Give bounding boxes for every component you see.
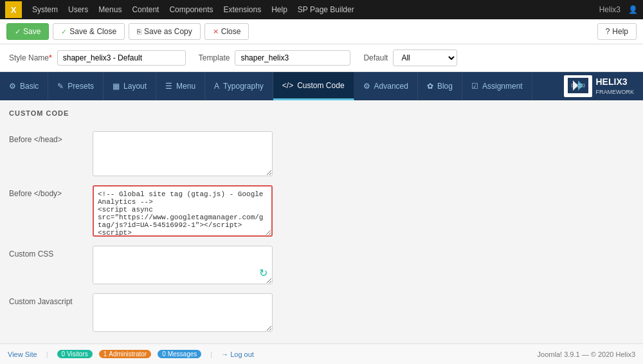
typography-icon: A xyxy=(214,82,219,91)
tab-assignment-label: Assignment xyxy=(482,82,523,91)
view-site-link[interactable]: View Site xyxy=(8,350,37,358)
style-name-label: Style Name* xyxy=(9,53,52,62)
assignment-icon: ☑ xyxy=(471,82,478,91)
nav-components[interactable]: Components xyxy=(164,0,218,19)
section-title: CUSTOM CODE xyxy=(9,109,634,121)
blog-icon: ✿ xyxy=(427,82,433,91)
custom-css-control: ↻ xyxy=(93,246,634,284)
help-icon: ? xyxy=(606,27,610,36)
check-icon-2: ✓ xyxy=(61,28,67,36)
custom-code-icon: </> xyxy=(282,81,293,90)
nav-menus[interactable]: Menus xyxy=(93,0,127,19)
close-button[interactable]: ✕ Close xyxy=(204,23,249,40)
tab-custom-code-label: Custom Code xyxy=(297,81,344,90)
toolbar-right-spacer: ? Help xyxy=(597,23,637,40)
topbar-nav: X System Users Menus Content Components … xyxy=(5,0,359,19)
helix-brand-sub: FRAMEWORK xyxy=(596,89,635,95)
user-icon[interactable]: 👤 xyxy=(628,5,638,14)
helix3-link[interactable]: Helix3 xyxy=(599,5,620,14)
tab-basic[interactable]: ⚙ Basic xyxy=(0,72,48,100)
helix-text: HELIX3 FRAMEWORK xyxy=(596,77,635,96)
default-label: Default xyxy=(363,53,388,62)
topbar-right: Helix3 👤 xyxy=(599,5,638,14)
admin-label: Administrator xyxy=(109,350,147,358)
save-label: Save xyxy=(23,27,41,36)
tab-presets[interactable]: ✎ Presets xyxy=(48,72,104,100)
tab-typography[interactable]: A Typography xyxy=(205,72,273,100)
toolbar: ✓ Save ✓ Save & Close ⎘ Save as Copy ✕ C… xyxy=(0,19,643,44)
statusbar-left: View Site | 0 Visitors 1 Administrator 0… xyxy=(8,350,254,358)
tab-advanced[interactable]: ⚙ Advanced xyxy=(354,72,418,100)
save-button[interactable]: ✓ Save xyxy=(6,23,49,40)
template-label: Template xyxy=(199,53,230,62)
helix-brand: HELIX3 FRAMEWORK xyxy=(555,73,644,100)
version-info: Joomla! 3.9.1 — © 2020 Helix3 xyxy=(538,350,635,358)
helix-logo xyxy=(564,75,592,97)
custom-css-label: Custom CSS xyxy=(9,246,93,259)
sep2: | xyxy=(210,350,212,358)
topbar: X System Users Menus Content Components … xyxy=(0,0,643,19)
messages-count: 0 xyxy=(162,350,166,358)
copy-button[interactable]: ⎘ Save as Copy xyxy=(129,23,201,40)
save-close-button[interactable]: ✓ Save & Close xyxy=(53,23,125,40)
template-input[interactable] xyxy=(235,50,350,66)
layout-icon: ▦ xyxy=(113,82,120,91)
before-head-textarea[interactable] xyxy=(93,131,273,176)
before-body-textarea[interactable]: <!-- Global site tag (gtag.js) - Google … xyxy=(93,185,273,237)
before-head-label: Before </head> xyxy=(9,131,93,144)
close-label: Close xyxy=(221,27,241,36)
nav-system[interactable]: System xyxy=(27,0,63,19)
admin-badge: 1 Administrator xyxy=(99,350,151,358)
nav-users[interactable]: Users xyxy=(63,0,93,19)
help-label: Help xyxy=(612,27,628,36)
helix-logo-inner xyxy=(568,78,588,95)
default-group: Default All xyxy=(363,50,457,66)
close-icon: ✕ xyxy=(213,28,219,36)
admin-count: 1 xyxy=(104,350,107,358)
before-head-row: Before </head> xyxy=(9,131,634,176)
visitors-badge: 0 Visitors xyxy=(57,350,93,358)
presets-icon: ✎ xyxy=(57,82,64,91)
cursor-refresh-icon[interactable]: ↻ xyxy=(259,267,270,282)
tab-layout[interactable]: ▦ Layout xyxy=(104,72,156,100)
tab-layout-label: Layout xyxy=(123,82,147,91)
advanced-icon: ⚙ xyxy=(363,82,370,91)
tab-custom-code[interactable]: </> Custom Code xyxy=(273,72,354,100)
custom-js-textarea[interactable] xyxy=(93,293,273,332)
tab-presets-label: Presets xyxy=(68,82,94,91)
style-name-input[interactable] xyxy=(57,50,186,66)
visitors-label: Visitors xyxy=(67,350,88,358)
nav-help[interactable]: Help xyxy=(266,0,293,19)
logout-link[interactable]: → Log out xyxy=(221,350,254,358)
custom-js-row: Custom Javascript xyxy=(9,293,634,332)
copy-icon: ⎘ xyxy=(137,28,141,35)
custom-js-label: Custom Javascript xyxy=(9,293,93,306)
default-select[interactable]: All xyxy=(393,50,457,66)
tab-typography-label: Typography xyxy=(223,82,264,91)
menu-icon: ☰ xyxy=(165,82,172,91)
tab-advanced-label: Advanced xyxy=(374,82,408,91)
joomla-icon[interactable]: X xyxy=(5,1,22,18)
basic-icon: ⚙ xyxy=(9,82,16,91)
required-marker: * xyxy=(49,53,52,62)
tab-assignment[interactable]: ☑ Assignment xyxy=(462,72,532,100)
tab-blog[interactable]: ✿ Blog xyxy=(418,72,462,100)
copy-label: Save as Copy xyxy=(144,27,192,36)
nav-content[interactable]: Content xyxy=(127,0,164,19)
sep1: | xyxy=(46,350,48,358)
tab-menu[interactable]: ☰ Menu xyxy=(156,72,205,100)
template-group: Template xyxy=(199,50,351,66)
custom-js-control xyxy=(93,293,634,332)
custom-css-row: Custom CSS ↻ xyxy=(9,246,634,284)
nav-sp-page-builder[interactable]: SP Page Builder xyxy=(293,0,359,19)
statusbar: View Site | 0 Visitors 1 Administrator 0… xyxy=(0,343,643,358)
before-head-control xyxy=(93,131,634,176)
nav-extensions[interactable]: Extensions xyxy=(218,0,266,19)
main-content: CUSTOM CODE Before </head> Before </body… xyxy=(0,100,643,358)
helix-brand-name: HELIX3 xyxy=(596,77,635,87)
before-body-label: Before </body> xyxy=(9,185,93,198)
tab-basic-label: Basic xyxy=(20,82,39,91)
help-button[interactable]: ? Help xyxy=(597,23,637,40)
custom-css-textarea[interactable] xyxy=(93,246,273,284)
style-name-group: Style Name* xyxy=(9,50,186,66)
